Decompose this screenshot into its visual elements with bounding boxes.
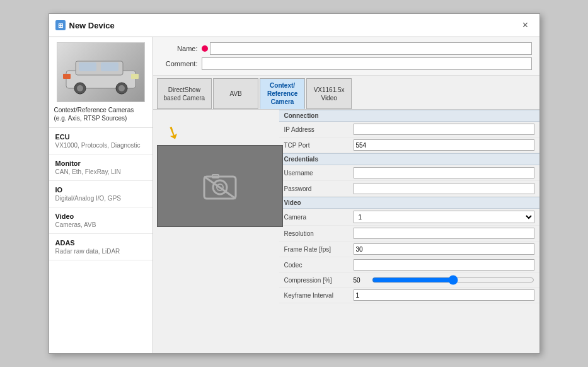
codec-value — [354, 259, 534, 271]
compression-row: Compression [%] 50 — [279, 273, 539, 288]
video-section-header: Video — [279, 197, 539, 209]
category-list: ECU VX1000, Protocols, Diagnostic Monito… — [49, 127, 153, 353]
tab-directshow[interactable]: DirectShow based Camera — [157, 78, 212, 109]
svg-point-7 — [118, 85, 125, 91]
resolution-input[interactable] — [354, 228, 534, 239]
resolution-value — [354, 228, 534, 239]
keyframe-row: Keyframe Interval — [279, 288, 539, 303]
close-button[interactable]: × — [518, 18, 533, 33]
ip-address-input[interactable] — [354, 124, 534, 135]
preview-col: ➘ — [153, 110, 279, 353]
framerate-input[interactable] — [354, 243, 534, 255]
resolution-label: Resolution — [284, 230, 354, 237]
name-input[interactable] — [210, 42, 532, 55]
dialog-title: New Device — [69, 21, 115, 30]
tcp-port-input[interactable] — [354, 139, 534, 151]
resolution-row: Resolution — [279, 226, 539, 242]
camera-value: 1 2 3 — [354, 211, 534, 223]
connection-section-header: Connection — [279, 110, 539, 122]
tab-area: DirectShow based Camera AVB Context/ Ref… — [153, 76, 539, 110]
username-value — [354, 167, 534, 178]
camera-row: Camera 1 2 3 — [279, 209, 539, 226]
ip-address-value — [354, 124, 534, 135]
framerate-label: Frame Rate [fps] — [284, 246, 354, 253]
password-row: Password — [279, 181, 539, 197]
svg-point-5 — [77, 85, 83, 91]
camera-label: Camera — [284, 214, 354, 221]
camera-preview — [157, 145, 283, 227]
arrow-indicator: ➘ — [162, 120, 184, 146]
content-area: ➘ Connection — [153, 110, 539, 353]
device-image — [57, 42, 145, 102]
username-row: Username — [279, 165, 539, 181]
required-dot — [202, 45, 208, 52]
device-image-placeholder — [57, 43, 144, 102]
tcp-port-row: TCP Port — [279, 137, 539, 153]
svg-rect-2 — [79, 62, 96, 71]
category-monitor[interactable]: Monitor CAN, Eth, FlexRay, LIN — [49, 154, 153, 181]
dialog-icon: ⊞ — [55, 20, 66, 30]
credentials-section-header: Credentials — [279, 153, 539, 165]
password-value — [354, 183, 534, 194]
keyframe-value — [354, 289, 534, 301]
password-label: Password — [284, 185, 354, 192]
comment-label: Comment: — [161, 60, 202, 67]
tab-avb[interactable]: AVB — [213, 78, 258, 109]
top-fields: Name: Comment: — [153, 37, 539, 76]
codec-input[interactable] — [354, 259, 534, 271]
title-bar-left: ⊞ New Device — [55, 20, 115, 30]
category-io[interactable]: IO Digital/Analog I/O, GPS — [49, 181, 153, 207]
new-device-dialog: ⊞ New Device × — [49, 13, 540, 354]
category-ecu[interactable]: ECU VX1000, Protocols, Diagnostic — [49, 128, 153, 154]
tab-vx1161[interactable]: VX1161.5x Video — [306, 78, 352, 109]
keyframe-input[interactable] — [354, 289, 534, 301]
tcp-port-value — [354, 139, 534, 151]
form-col: Connection IP Address TCP Port — [279, 110, 539, 353]
codec-row: Codec — [279, 257, 539, 273]
framerate-row: Frame Rate [fps] — [279, 242, 539, 257]
svg-rect-8 — [63, 74, 71, 79]
ip-address-label: IP Address — [284, 126, 354, 133]
comment-input[interactable] — [202, 57, 532, 70]
dialog-body: Context/Reference Cameras (e.g. Axis, RT… — [49, 37, 539, 353]
username-label: Username — [284, 170, 354, 177]
category-video[interactable]: Video Cameras, AVB — [49, 207, 153, 234]
svg-rect-9 — [131, 74, 139, 79]
username-input[interactable] — [354, 167, 534, 178]
compression-slider[interactable] — [372, 275, 534, 285]
tcp-port-label: TCP Port — [284, 142, 354, 149]
name-label: Name: — [161, 45, 202, 52]
left-panel: Context/Reference Cameras (e.g. Axis, RT… — [49, 37, 153, 353]
title-bar: ⊞ New Device × — [49, 14, 539, 37]
name-row: Name: — [161, 42, 532, 55]
device-label: Context/Reference Cameras (e.g. Axis, RT… — [49, 105, 153, 127]
keyframe-label: Keyframe Interval — [284, 292, 354, 299]
right-panel: Name: Comment: DirectShow based Camera A… — [153, 37, 539, 353]
compression-val: 50 — [354, 277, 369, 284]
codec-label: Codec — [284, 262, 354, 269]
password-input[interactable] — [354, 183, 534, 194]
compression-label: Compression [%] — [284, 277, 354, 284]
framerate-value — [354, 243, 534, 255]
car-svg — [63, 49, 139, 96]
svg-rect-3 — [101, 62, 118, 71]
no-camera-svg — [201, 170, 239, 202]
tab-context-reference[interactable]: Context/ Reference Camera — [260, 78, 305, 109]
compression-slider-row: 50 — [354, 275, 534, 285]
category-adas[interactable]: ADAS Radar raw data, LiDAR — [49, 234, 153, 260]
ip-address-row: IP Address — [279, 122, 539, 137]
camera-select[interactable]: 1 2 3 — [354, 211, 534, 223]
comment-row: Comment: — [161, 57, 532, 70]
compression-value: 50 — [354, 275, 534, 285]
